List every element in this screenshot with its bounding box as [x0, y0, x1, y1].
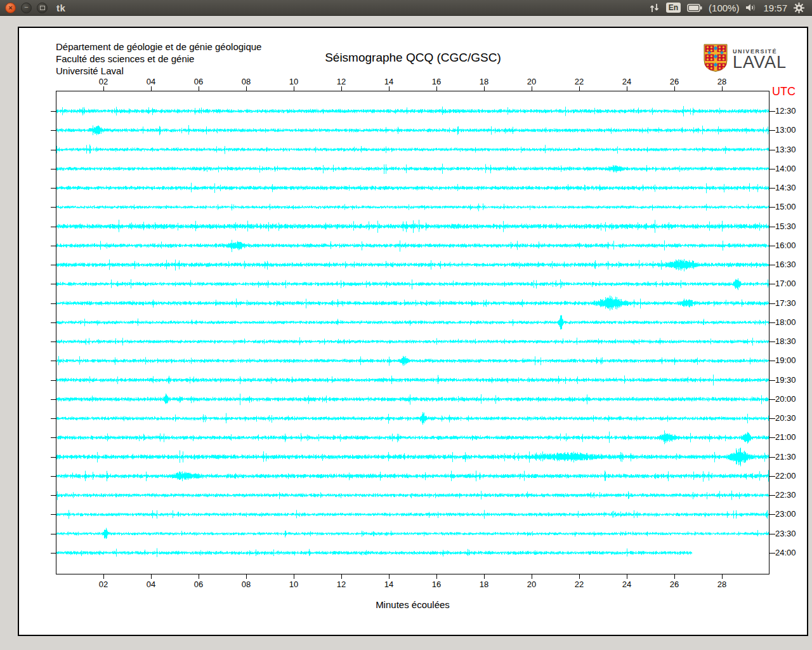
- row-tick-right: [769, 399, 775, 400]
- row-tick-right: [769, 437, 775, 438]
- row-utc-label: 18:30: [775, 336, 796, 346]
- row-tick-right: [769, 418, 775, 419]
- plot-frame: [56, 91, 769, 574]
- x-tick-label-bottom: 26: [670, 580, 679, 589]
- x-tick-label-top: 26: [670, 77, 679, 86]
- close-button[interactable]: ×: [5, 3, 16, 13]
- clock[interactable]: 19:57: [763, 3, 787, 13]
- x-tick-label-top: 16: [432, 77, 441, 86]
- row-tick-left: [51, 514, 56, 515]
- row-tick-left: [51, 303, 56, 304]
- row-tick-left: [51, 437, 56, 438]
- row-tick-left: [51, 111, 56, 112]
- x-tick-bottom: [389, 574, 390, 579]
- row-tick-right: [769, 169, 775, 169]
- row-tick-left: [51, 130, 56, 131]
- row-tick-left: [51, 207, 56, 208]
- laval-logo-line2: LAVAL: [733, 55, 787, 70]
- x-tick-label-bottom: 08: [242, 580, 251, 589]
- page-title: Séismographe QCQ (CGC/GSC): [19, 51, 807, 65]
- close-icon: ×: [8, 4, 12, 11]
- x-tick-label-top: 10: [289, 77, 298, 86]
- x-tick-top: [294, 86, 294, 91]
- x-tick-top: [579, 86, 580, 91]
- window-controls: × −: [0, 3, 48, 13]
- x-tick-top: [722, 86, 723, 91]
- row-utc-label: 24:00: [775, 548, 796, 557]
- row-utc-label: 20:00: [775, 394, 796, 404]
- keyboard-layout-indicator[interactable]: En: [666, 3, 681, 13]
- row-tick-right: [769, 495, 775, 496]
- x-tick-top: [199, 86, 199, 91]
- row-tick-left: [51, 418, 56, 419]
- row-tick-left: [51, 476, 56, 477]
- row-tick-left: [51, 342, 56, 342]
- x-tick-top: [103, 86, 104, 91]
- row-tick-right: [769, 284, 775, 284]
- x-tick-top: [341, 86, 342, 91]
- minimize-button[interactable]: −: [21, 3, 32, 13]
- settings-gear-icon[interactable]: [794, 3, 804, 13]
- battery-icon[interactable]: [687, 4, 702, 12]
- x-tick-label-bottom: 14: [384, 580, 393, 589]
- x-tick-top: [674, 86, 675, 91]
- x-tick-top: [484, 86, 485, 91]
- x-tick-top: [627, 86, 627, 91]
- row-tick-left: [51, 457, 56, 458]
- chart-area: Département de géologie et de génie géol…: [19, 28, 807, 635]
- x-tick-bottom: [199, 574, 199, 579]
- window-title: tk: [56, 3, 65, 13]
- x-tick-label-bottom: 18: [480, 580, 488, 589]
- row-tick-left: [51, 246, 56, 246]
- row-tick-right: [769, 130, 775, 131]
- x-tick-label-top: 14: [384, 77, 393, 86]
- x-tick-bottom: [103, 574, 104, 579]
- x-tick-label-top: 22: [575, 77, 584, 86]
- row-tick-right: [769, 265, 775, 265]
- laval-shield-icon: [703, 43, 728, 75]
- x-tick-label-bottom: 06: [194, 580, 203, 589]
- row-tick-right: [769, 303, 775, 304]
- row-utc-label: 15:30: [775, 222, 796, 231]
- x-tick-top: [246, 86, 247, 91]
- maximize-button[interactable]: [37, 3, 48, 13]
- x-tick-label-top: 08: [242, 77, 251, 86]
- row-tick-left: [51, 227, 56, 227]
- row-tick-right: [769, 342, 775, 342]
- seismogram-canvas: [56, 91, 769, 574]
- x-tick-bottom: [151, 574, 152, 579]
- network-arrows-icon[interactable]: [650, 3, 660, 13]
- row-utc-label: 13:30: [775, 145, 796, 154]
- x-tick-label-bottom: 22: [575, 580, 584, 589]
- x-tick-label-bottom: 02: [99, 580, 108, 589]
- x-tick-label-bottom: 04: [147, 580, 155, 589]
- x-tick-top: [389, 86, 390, 91]
- x-tick-bottom: [722, 574, 723, 579]
- x-tick-bottom: [627, 574, 627, 579]
- row-tick-left: [51, 399, 56, 400]
- row-utc-label: 21:30: [775, 452, 796, 461]
- x-tick-bottom: [341, 574, 342, 579]
- row-utc-label: 22:00: [775, 471, 796, 481]
- seismograph-app-window: Département de géologie et de génie géol…: [18, 27, 808, 636]
- row-tick-left: [51, 284, 56, 284]
- x-axis-title: Minutes écoulées: [56, 599, 769, 610]
- x-tick-label-bottom: 10: [289, 580, 298, 589]
- x-tick-label-top: 02: [99, 77, 108, 86]
- row-tick-right: [769, 188, 775, 189]
- system-tray: En (100%) 19:57: [650, 3, 812, 13]
- laval-logo: UNIVERSITÉ LAVAL: [703, 43, 787, 75]
- row-utc-label: 13:00: [775, 125, 796, 135]
- battery-percent-label[interactable]: (100%): [709, 3, 739, 13]
- row-utc-label: 16:00: [775, 241, 796, 250]
- row-utc-label: 23:00: [775, 509, 796, 519]
- row-tick-left: [51, 361, 56, 361]
- x-tick-label-top: 12: [337, 77, 346, 86]
- x-tick-bottom: [436, 574, 437, 579]
- x-tick-label-top: 28: [717, 77, 726, 86]
- x-tick-bottom: [484, 574, 485, 579]
- row-tick-right: [769, 322, 775, 323]
- x-tick-label-bottom: 24: [622, 580, 631, 589]
- row-tick-left: [51, 380, 56, 381]
- volume-icon[interactable]: [745, 3, 757, 12]
